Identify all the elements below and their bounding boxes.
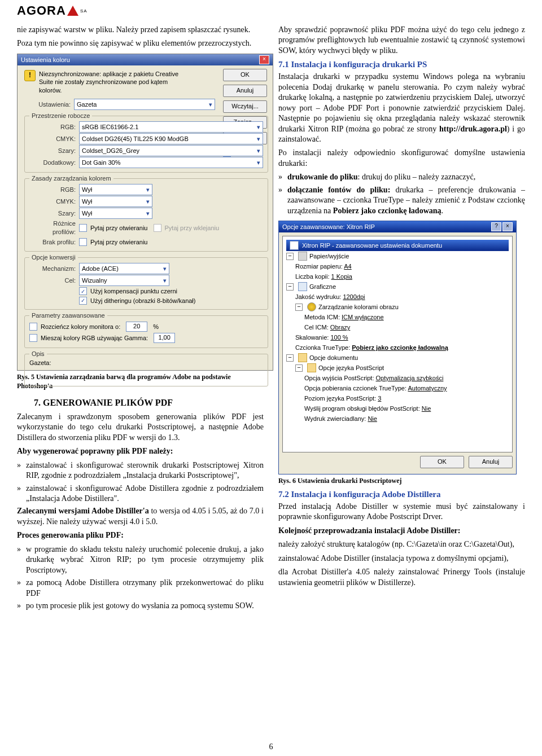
caption-text: Ustawienia drukarki Postscriptowej [298,477,402,485]
logo-triangle-icon [67,6,78,16]
policy-gray-select[interactable]: Wył▾ [79,208,152,219]
list-item: »zainstalować i skonfigurować Adobe Dist… [17,484,264,504]
para: należy założyć strukturę katalogów (np. … [278,539,525,550]
tree-item[interactable]: Cel ICM: Obrazy [304,323,350,332]
section-heading: 7. GENEROWANIE PLIKÓW PDF [34,397,264,408]
tree-item[interactable]: Jakość wydruku: 1200dpi [295,293,365,301]
dilute-colors-checkbox[interactable]: Rozcieńcz kolory monitora o: 20% [29,322,263,332]
group-description: Opis [29,350,47,358]
checkbox-label: Pytaj przy otwieraniu [90,224,148,232]
policy-rgb-select[interactable]: Wył▾ [79,184,152,195]
tree-item[interactable]: Metoda ICM: ICM wyłączone [304,313,384,322]
tree-item[interactable]: Opcja wyjścia PostScript: Optymalizacja … [304,374,443,383]
ask-on-paste-checkbox: Pytaj przy wklejaniu [154,224,220,232]
tree-item[interactable]: Opcja pobierania czcionek TrueType: Auto… [304,384,447,393]
rgb-select[interactable]: sRGB IEC61966-2.1▾ [79,121,263,133]
intent-select[interactable]: Wizualny▾ [79,275,169,286]
help-icon[interactable]: ? [491,222,501,231]
intent-value: Wizualny [82,276,107,285]
dialog-title: Opcje zaawansowane: Xitron RIP [282,223,375,231]
gray-select[interactable]: Coldset_DG26_Grey▾ [79,145,263,156]
dilute-input[interactable]: 20 [126,322,147,332]
list-item: »dołączanie fontów do pliku: drukarka – … [278,185,525,216]
tree-header-text: Xitron RIP - zaawansowane ustawienia dok… [302,241,442,250]
printer-icon [290,241,299,250]
extra-value: Dot Gain 30% [82,158,120,167]
group-conversion: Opcje konwersji [29,253,78,262]
rgb-label: RGB: [29,123,79,131]
engine-select[interactable]: Adobe (ACE)▾ [79,263,169,274]
policy-cmyk-select[interactable]: Wył▾ [79,196,152,207]
settings-select[interactable]: Gazeta▾ [74,99,215,110]
profile-diff-label: Różnice profilów: [29,219,79,236]
chevron-down-icon: ▾ [257,146,260,155]
close-icon[interactable]: × [502,222,513,231]
checkbox-label: Użyj kompensacji punktu czerni [90,287,177,296]
para: Zalecanymi wersjami Adobe Distiller'a to… [17,506,264,527]
tree-label: Papier/wyjście [309,252,349,261]
para-heading: Proces generowania pliku PDF: [17,530,264,540]
blend-gamma-checkbox[interactable]: Mieszaj kolory RGB używając Gamma: 1,00 [29,333,263,343]
para: nie zapisywać warstw w pliku. Należy prz… [17,25,264,35]
collapse-icon[interactable]: − [286,283,294,291]
dialog-title: Ustawienia koloru [21,54,70,65]
para: dla Acrobat Distiller'a 4.05 należy zain… [278,567,525,588]
group-advanced: Parametry zaawansowane [29,311,107,320]
gear-icon [307,302,316,311]
settings-tree[interactable]: Xitron RIP - zaawansowane ustawienia dok… [282,236,513,452]
no-profile-label: Brak profilu: [29,238,79,247]
folder-icon [298,353,307,362]
settings-label: Ustawienia: [24,100,74,109]
chevron-down-icon: ▾ [163,264,167,273]
para: Zalecanym i sprawdzonym sposobem generow… [17,412,264,443]
extra-select[interactable]: Dot Gain 30%▾ [79,157,263,168]
chevron-down-icon: ▾ [163,276,167,285]
logo-text: AGORA [17,3,66,18]
para: Poza tym nie powinno się zapisywać w pli… [17,38,264,49]
chevron-down-icon: ▾ [257,122,260,131]
gray-value: Coldset_DG26_Grey [82,146,139,155]
chevron-down-icon: ▾ [146,185,150,194]
collapse-icon[interactable]: − [286,253,294,260]
cancel-button[interactable]: Anuluj [469,456,513,468]
gamma-input[interactable]: 1,00 [154,333,175,343]
rgb-value: sRGB IEC61966-2.1 [82,122,138,131]
tree-item[interactable]: Liczba kopii: 1 Kopia [295,272,352,281]
dialog-color-settings: Ustawienia koloru × ! Niezsynchronizowan… [17,54,273,371]
ask-on-open-checkbox[interactable]: Pytaj przy otwieraniu [79,238,148,247]
graphics-icon [298,282,307,291]
collapse-icon[interactable]: − [286,354,294,362]
tree-item[interactable]: Wydruk zwierciadlany: Nie [304,415,377,423]
cancel-button[interactable]: Anuluj [223,85,267,97]
tree-item[interactable]: Skalowanie: 100 % [295,333,348,342]
cmyk-value: Coldset DG26(45) TIL225 K90 ModGB [82,134,189,143]
checkbox-label: Pytaj przy otwieraniu [90,238,148,247]
tree-label: Opcje dokumentu [309,354,358,362]
dithering-checkbox[interactable]: ✓Użyj ditheringu (obrazki 8-bitów/kanał) [79,297,263,305]
black-point-checkbox[interactable]: ✓Użyj kompensacji punktu czerni [79,287,263,296]
collapse-icon[interactable]: − [295,364,303,372]
list-item: »zainstalować i skonfigurować sterownik … [17,460,264,481]
tree-item[interactable]: Wyślij program obsługi błędów PostScript… [304,405,431,413]
collapse-icon[interactable]: − [295,304,303,311]
close-icon[interactable]: × [259,55,269,64]
ok-button[interactable]: OK [223,69,267,81]
ask-on-open-checkbox[interactable]: Pytaj przy otwieraniu [79,224,148,232]
cmyk-select[interactable]: Coldset DG26(45) TIL225 K90 ModGB▾ [79,133,263,144]
gray-label: Szary: [29,209,79,218]
ok-button[interactable]: OK [420,456,464,468]
load-button[interactable]: Wczytaj... [223,100,267,113]
tree-header: Xitron RIP - zaawansowane ustawienia dok… [286,240,509,251]
list-item: »za pomocą Adobe Distillera otrzymany pl… [17,578,264,599]
policy-value: Wył [82,209,92,218]
gray-label: Szary: [29,147,79,155]
intent-label: Cel: [29,276,79,285]
tree-item[interactable]: Rozmiar papieru: A4 [295,262,352,271]
para: Po instalacji należy odpowiednio skonfig… [278,148,525,169]
tree-item[interactable]: Poziom języka PostScript: 3 [304,394,381,403]
tree-item[interactable]: Czcionka TrueType: Pobierz jako czcionkę… [295,344,448,352]
engine-value: Adobe (ACE) [82,264,119,273]
folder-icon [307,363,316,372]
checkbox-label: Pytaj przy wklejaniu [165,224,220,232]
cmyk-label: CMYK: [29,197,79,206]
